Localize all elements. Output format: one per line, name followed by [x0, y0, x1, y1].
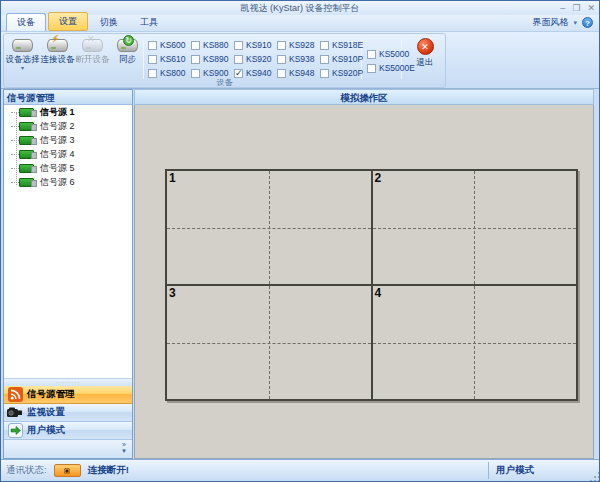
checkbox-icon — [367, 64, 376, 73]
minimize-button[interactable]: – — [560, 2, 565, 14]
tree-item-source-4[interactable]: 信号源 4 — [4, 147, 132, 161]
checkbox-icon — [320, 55, 329, 64]
close-button[interactable]: ✕ — [587, 2, 595, 14]
tree-connector — [11, 140, 19, 141]
model-checkbox-ks890[interactable]: KS890 — [191, 52, 234, 66]
resize-grip[interactable] — [594, 476, 596, 478]
model-checkbox-ks910[interactable]: KS910 — [234, 38, 277, 52]
model-checkbox-ks600[interactable]: KS600 — [148, 38, 191, 52]
tree-connector — [11, 112, 19, 113]
tab-tools[interactable]: 工具 — [130, 14, 168, 31]
connect-device-button[interactable]: ⚡ 连接设备 — [40, 36, 75, 71]
left-panel: 信号源管理 信号源 1 信号源 2 信号源 3 信号源 4 信号源 5 信号源 … — [3, 89, 133, 459]
help-icon[interactable]: ? — [582, 17, 593, 28]
exit-button[interactable]: ✕ 退出 — [406, 38, 444, 69]
ribbon-group-label: 设备 — [4, 77, 445, 87]
sync-button[interactable]: ↻ 同步 — [110, 36, 145, 71]
wall-pane-3[interactable]: 3 — [166, 285, 372, 400]
model-column: KS918E KS910P KS920P — [320, 38, 367, 80]
tab-switch[interactable]: 切换 — [90, 14, 128, 31]
capture-card-icon — [19, 108, 34, 117]
connection-indicator-button[interactable] — [54, 464, 81, 477]
model-label: KS880 — [203, 40, 229, 50]
model-label: KS910P — [332, 54, 363, 64]
tree-item-source-5[interactable]: 信号源 5 — [4, 161, 132, 175]
dashed-divider — [373, 228, 577, 229]
model-checkbox-ks918e[interactable]: KS918E — [320, 38, 367, 52]
tree-item-label: 信号源 3 — [40, 134, 75, 147]
wall-pane-2[interactable]: 2 — [372, 170, 578, 285]
pane-number: 1 — [169, 171, 176, 185]
tree-item-label: 信号源 2 — [40, 120, 75, 133]
checkbox-icon — [148, 55, 157, 64]
title-right-controls: 界面风格 ▾ ? — [532, 16, 593, 29]
model-label: KS610 — [160, 54, 186, 64]
model-checkbox-ks910p[interactable]: KS910P — [320, 52, 367, 66]
simulation-panel-header: 模拟操作区 — [134, 89, 594, 105]
model-label: KS918E — [332, 40, 363, 50]
tree-item-label: 信号源 1 — [40, 106, 75, 119]
checkbox-icon — [277, 55, 286, 64]
ribbon-group-device: 设备选择 ▾ ⚡ 连接设备 ✕ 断开设备 ↻ 同步 — [3, 33, 446, 88]
pane-number: 4 — [375, 286, 382, 300]
nav-overflow-button[interactable]: » ▾ — [122, 442, 126, 454]
title-bar: 凯视达 (KyStar) 设备控制平台 – ❐ ✕ — [1, 1, 599, 15]
left-panel-header: 信号源管理 — [4, 90, 132, 105]
tree-connector — [11, 126, 19, 127]
panel-splitter[interactable]: ········ — [4, 378, 132, 386]
model-column: KS600 KS610 KS800 — [148, 38, 191, 80]
checkbox-icon — [191, 41, 200, 50]
device-select-button[interactable]: 设备选择 ▾ — [5, 36, 40, 71]
model-checkbox-ks920[interactable]: KS920 — [234, 52, 277, 66]
model-label: KS890 — [203, 54, 229, 64]
ribbon-tab-bar: 设备 设置 切换 工具 — [1, 15, 599, 31]
group-separator — [143, 39, 144, 79]
model-column: KS928 KS938 KS948 — [277, 38, 320, 80]
model-label: KS5000 — [379, 49, 409, 59]
tree-item-source-6[interactable]: 信号源 6 — [4, 175, 132, 189]
capture-card-icon — [19, 178, 34, 187]
checkbox-icon — [191, 55, 200, 64]
chevron-down-icon[interactable]: ▾ — [573, 19, 577, 27]
tree-item-source-1[interactable]: 信号源 1 — [4, 105, 132, 119]
model-checkbox-ks938[interactable]: KS938 — [277, 52, 320, 66]
tab-settings[interactable]: 设置 — [48, 12, 88, 31]
drive-icon — [12, 39, 33, 52]
app-window: 凯视达 (KyStar) 设备控制平台 – ❐ ✕ 设备 设置 切换 工具 界面… — [0, 0, 600, 482]
tab-device[interactable]: 设备 — [6, 13, 46, 31]
nav-item-label: 信号源管理 — [27, 388, 75, 401]
checkbox-icon — [148, 41, 157, 50]
drive-sync-icon: ↻ — [117, 39, 138, 52]
checkbox-icon — [320, 41, 329, 50]
lightning-icon: ⚡ — [52, 34, 59, 44]
capture-card-icon — [19, 164, 34, 173]
tree-connector-line — [16, 113, 17, 185]
tree-item-source-2[interactable]: 信号源 2 — [4, 119, 132, 133]
nav-item-label: 用户模式 — [27, 424, 65, 437]
tree-item-label: 信号源 4 — [40, 148, 75, 161]
model-checkbox-ks610[interactable]: KS610 — [148, 52, 191, 66]
drive-disconnect-icon: ✕ — [82, 39, 103, 52]
chevron-down-icon: ▾ — [122, 448, 126, 454]
tree-item-label: 信号源 5 — [40, 162, 75, 175]
camera-icon — [7, 405, 23, 421]
wall-pane-1[interactable]: 1 — [166, 170, 372, 285]
model-checkbox-ks880[interactable]: KS880 — [191, 38, 234, 52]
nav-signal-source-management[interactable]: 信号源管理 — [4, 386, 132, 404]
maximize-button[interactable]: ❐ — [572, 2, 580, 14]
interface-style-button[interactable]: 界面风格 — [532, 16, 568, 29]
comm-status-value: 连接断开! — [88, 464, 129, 477]
status-bar: 通讯状态: 连接断开! 用户模式 — [1, 459, 599, 481]
button-label: 连接设备 — [41, 54, 75, 66]
nav-user-mode[interactable]: 用户模式 — [4, 422, 132, 440]
ribbon: 设备选择 ▾ ⚡ 连接设备 ✕ 断开设备 ↻ 同步 — [1, 31, 599, 89]
tree-item-source-3[interactable]: 信号源 3 — [4, 133, 132, 147]
wall-pane-4[interactable]: 4 — [372, 285, 578, 400]
tree-connector — [11, 182, 19, 183]
nav-monitor-settings[interactable]: 监视设置 — [4, 404, 132, 422]
tree-item-label: 信号源 6 — [40, 176, 75, 189]
checkbox-icon — [234, 55, 243, 64]
window-controls: – ❐ ✕ — [560, 2, 595, 14]
model-checkbox-ks928[interactable]: KS928 — [277, 38, 320, 52]
model-label: KS910 — [246, 40, 272, 50]
